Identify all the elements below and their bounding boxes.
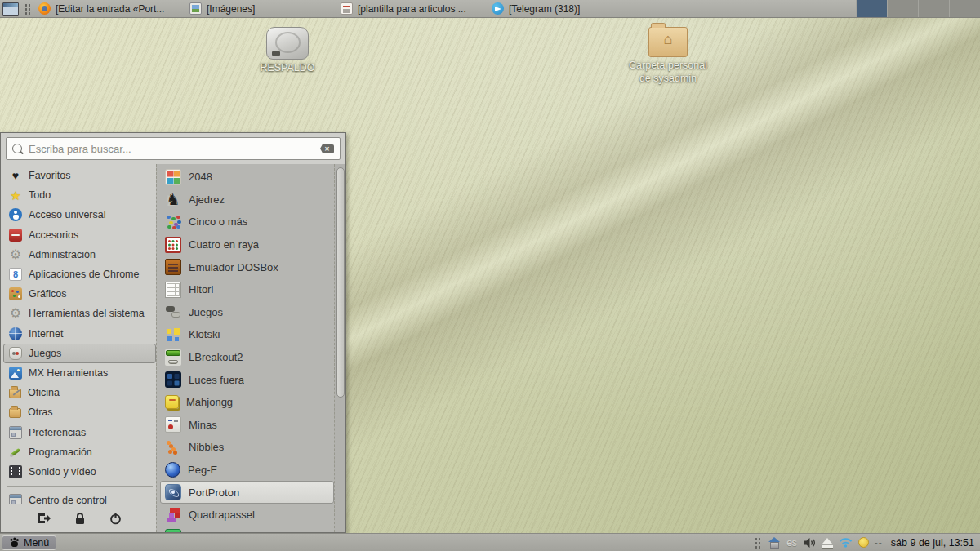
logout-button[interactable] bbox=[35, 510, 53, 527]
image-viewer-icon bbox=[189, 2, 202, 15]
chrome-apps-icon bbox=[9, 268, 22, 281]
window-icon bbox=[2, 2, 19, 16]
category-aplicaciones-de-chrome[interactable]: Aplicaciones de Chrome bbox=[3, 264, 156, 284]
app-lbreakout2[interactable]: LBreakout2 bbox=[160, 346, 334, 369]
app-label: Ajedrez bbox=[189, 193, 225, 206]
power-icon bbox=[109, 512, 122, 525]
category-acceso-universal[interactable]: Acceso universal bbox=[3, 205, 156, 224]
app-label: Mahjongg bbox=[186, 396, 233, 408]
shutdown-button[interactable] bbox=[107, 510, 125, 527]
category-juegos[interactable]: Juegos bbox=[3, 344, 156, 363]
app-luces-fuera[interactable]: Luces fuera bbox=[160, 368, 334, 391]
category-programacion[interactable]: Programación bbox=[3, 442, 156, 462]
category-label: Aplicaciones de Chrome bbox=[29, 269, 140, 280]
taskbar-window-button[interactable]: [plantilla para articulos ... bbox=[336, 1, 485, 16]
category-administracion[interactable]: Administración bbox=[3, 245, 156, 264]
show-desktop-button[interactable] bbox=[0, 0, 21, 17]
weather-temperature: -- bbox=[875, 537, 883, 549]
menu-button[interactable]: Menú bbox=[2, 535, 56, 550]
firefox-icon bbox=[38, 2, 51, 15]
category-preferencias[interactable]: Preferencias bbox=[3, 422, 156, 442]
desktop-screen: [Editar la entrada «Port...[Imágenes][pl… bbox=[0, 0, 980, 551]
app-column: 2048AjedrezCinco o másCuatro en rayaEmul… bbox=[156, 164, 345, 532]
dosbox-icon bbox=[165, 259, 181, 275]
category-accesorios[interactable]: Accesorios bbox=[3, 225, 156, 245]
taskbar-window-button[interactable]: [Imágenes] bbox=[185, 1, 334, 16]
clock[interactable]: sáb 9 de jul, 13:51 bbox=[891, 537, 974, 549]
category-graficos[interactable]: Gráficos bbox=[3, 284, 156, 304]
session-actions bbox=[3, 506, 156, 531]
taskbar-window-label: [Imágenes] bbox=[207, 3, 255, 15]
app-nibbles[interactable]: Nibbles bbox=[160, 436, 334, 459]
desktop-icon-carpeta-personal-de-sysadmin[interactable]: Carpeta personal de sysadmin bbox=[623, 27, 713, 85]
panel-handle[interactable] bbox=[24, 2, 30, 16]
category-oficina[interactable]: Oficina bbox=[3, 383, 156, 402]
category-herramientas-del-sistema[interactable]: Herramientas del sistema bbox=[3, 304, 156, 323]
app-portproton[interactable]: PortProton bbox=[160, 481, 334, 504]
menu-body: FavoritosTodoAcceso universalAccesoriosA… bbox=[1, 164, 345, 532]
search-bar bbox=[6, 137, 341, 160]
app-peg-e[interactable]: Peg-E bbox=[160, 459, 334, 482]
clear-search-icon[interactable] bbox=[320, 144, 334, 153]
taskbar-window-button[interactable]: [Telegram (318)] bbox=[488, 1, 636, 16]
tray-home-icon[interactable] bbox=[768, 537, 781, 549]
menu-button-label: Menú bbox=[24, 537, 49, 549]
top-panel: [Editar la entrada «Port...[Imágenes][pl… bbox=[0, 0, 980, 18]
weather-icon[interactable] bbox=[858, 537, 869, 548]
utilities-icon bbox=[9, 229, 22, 242]
app-2048[interactable]: 2048 bbox=[160, 166, 334, 189]
category-otras[interactable]: Otras bbox=[3, 402, 156, 422]
app-label: Hitori bbox=[189, 283, 213, 295]
desktop-icon-respaldo[interactable]: RESPALDO bbox=[243, 27, 332, 75]
folder-icon bbox=[9, 408, 21, 418]
app-mahjongg[interactable]: Mahjongg bbox=[160, 391, 334, 414]
whisker-menu: FavoritosTodoAcceso universalAccesoriosA… bbox=[0, 132, 346, 533]
home-folder-icon bbox=[648, 27, 688, 57]
taskbar-window-button[interactable]: [Editar la entrada «Port... bbox=[34, 1, 183, 16]
four-in-a-row-icon bbox=[165, 237, 181, 253]
app-minas[interactable]: Minas bbox=[160, 414, 334, 437]
app-juegos[interactable]: Juegos bbox=[160, 301, 334, 324]
workspace-cell[interactable] bbox=[949, 0, 980, 17]
keyboard-layout-indicator[interactable]: es bbox=[786, 537, 797, 549]
category-label: MX Herramientas bbox=[29, 367, 108, 379]
volume-icon[interactable] bbox=[803, 537, 817, 549]
taskbar-window-label: [Editar la entrada «Port... bbox=[56, 3, 164, 15]
app-klotski[interactable]: Klotski bbox=[160, 323, 334, 346]
category-internet[interactable]: Internet bbox=[3, 324, 156, 344]
category-mx-herramientas[interactable]: MX Herramientas bbox=[3, 363, 156, 383]
app-cuatro-en-raya[interactable]: Cuatro en raya bbox=[160, 233, 334, 256]
app-cinco-o-mas[interactable]: Cinco o más bbox=[160, 211, 334, 233]
desktop-icon-label: RESPALDO bbox=[260, 62, 314, 75]
eject-icon[interactable] bbox=[822, 538, 833, 548]
workspace-cell[interactable] bbox=[887, 0, 918, 17]
search-input[interactable] bbox=[27, 142, 315, 156]
category-sonido-y-video[interactable]: Sonido y vídeo bbox=[3, 462, 156, 482]
workspace-cell[interactable] bbox=[918, 0, 949, 17]
wifi-icon[interactable] bbox=[839, 537, 853, 548]
workspace-cell[interactable] bbox=[856, 0, 887, 17]
reversi-icon bbox=[165, 529, 181, 532]
lock-screen-button[interactable] bbox=[71, 510, 89, 527]
category-label: Centro de control bbox=[29, 495, 107, 504]
category-todo[interactable]: Todo bbox=[3, 185, 156, 205]
app-list: 2048AjedrezCinco o másCuatro en rayaEmul… bbox=[157, 164, 334, 532]
category-favoritos[interactable]: Favoritos bbox=[3, 166, 156, 185]
scrollbar[interactable] bbox=[334, 164, 345, 532]
app-quadrapassel[interactable]: Quadrapassel bbox=[160, 504, 334, 527]
app-emulador-dosbox[interactable]: Emulador DOSBox bbox=[160, 256, 334, 278]
taskbar-window-list: [Editar la entrada «Port...[Imágenes][pl… bbox=[33, 0, 856, 17]
workspace-pager bbox=[856, 0, 980, 17]
scrollbar-thumb[interactable] bbox=[336, 167, 345, 398]
document-icon bbox=[341, 2, 353, 15]
app-hitori[interactable]: Hitori bbox=[160, 278, 334, 301]
app-ajedrez[interactable]: Ajedrez bbox=[160, 189, 334, 211]
category-centro-de-control[interactable]: Centro de control bbox=[3, 491, 156, 504]
desktop-icon-label: Carpeta personal de sysadmin bbox=[623, 60, 713, 85]
lightsoff-icon bbox=[165, 371, 181, 388]
tray-handle[interactable] bbox=[754, 536, 760, 549]
quadrapassel-icon bbox=[165, 507, 181, 523]
settings-window-icon bbox=[9, 494, 22, 504]
app-reversi[interactable]: Reversi bbox=[160, 527, 334, 533]
five-or-more-icon bbox=[165, 214, 181, 230]
